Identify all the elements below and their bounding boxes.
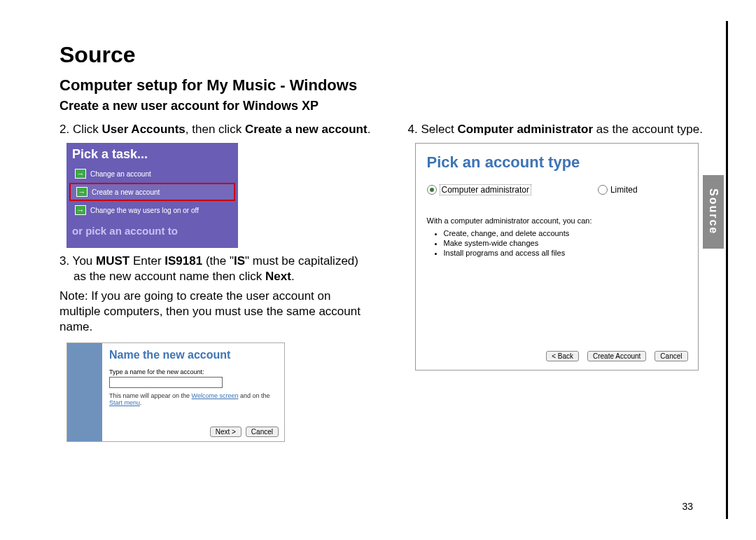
next-button[interactable]: Next > xyxy=(210,427,241,437)
back-button[interactable]: < Back xyxy=(546,351,579,361)
right-margin-rule xyxy=(726,21,728,519)
screenshot-account-type: Pick an account type Computer administra… xyxy=(415,143,699,371)
task-create-new-account[interactable]: → Create a new account xyxy=(71,184,234,200)
page-subtitle: Computer setup for My Music - Windows xyxy=(59,76,721,95)
note-text: Note: If you are going to create the use… xyxy=(59,289,373,335)
arrow-icon: → xyxy=(75,205,86,215)
radio-limited[interactable]: Limited xyxy=(598,185,638,195)
section-heading: Create a new user account for Windows XP xyxy=(59,99,721,113)
radio-computer-administrator[interactable]: Computer administrator xyxy=(427,184,531,195)
bullet-item: Make system-wide changes xyxy=(444,239,687,247)
bullet-item: Install programs and access all files xyxy=(444,249,687,257)
cancel-button[interactable]: Cancel xyxy=(654,351,687,361)
cancel-button[interactable]: Cancel xyxy=(246,427,279,437)
arrow-icon: → xyxy=(76,187,88,197)
screenshot-sidebar xyxy=(67,343,102,441)
column-left: 2. Click User Accounts, then click Creat… xyxy=(59,119,373,442)
name-account-heading: Name the new account xyxy=(109,349,277,361)
column-right: 4. Select Computer administrator as the … xyxy=(408,119,722,442)
account-name-input[interactable] xyxy=(109,377,223,388)
task-change-account[interactable]: → Change an account xyxy=(69,166,235,181)
screenshot-pick-a-task: Pick a task... → Change an account → Cre… xyxy=(66,143,238,248)
create-account-button[interactable]: Create Account xyxy=(587,351,646,361)
task-change-logon[interactable]: → Change the way users log on or off xyxy=(69,202,235,218)
step-3: 3. You MUST Enter IS9181 (the "IS" must … xyxy=(59,254,373,284)
account-type-desc: With a computer administrator account, y… xyxy=(427,216,687,225)
radio-selected-icon xyxy=(427,185,437,195)
step-2: 2. Click User Accounts, then click Creat… xyxy=(59,122,373,137)
side-tab-source: Source xyxy=(703,175,724,249)
account-type-heading: Pick an account type xyxy=(427,153,687,172)
bullet-item: Create, change, and delete accounts xyxy=(444,229,687,237)
pick-task-header: Pick a task... xyxy=(66,143,238,163)
arrow-icon: → xyxy=(75,169,86,179)
account-type-bullets: Create, change, and delete accounts Make… xyxy=(444,229,687,257)
radio-unselected-icon xyxy=(598,185,608,195)
page-title: Source xyxy=(59,42,721,68)
document-page: Source Source Computer setup for My Musi… xyxy=(0,0,756,540)
page-number: 33 xyxy=(682,501,693,512)
pick-task-footer: or pick an account to xyxy=(66,221,238,237)
name-account-hint: This name will appear on the Welcome scr… xyxy=(109,392,277,408)
screenshot-name-account: Name the new account Type a name for the… xyxy=(66,342,285,442)
step-4: 4. Select Computer administrator as the … xyxy=(408,122,722,137)
name-account-label: Type a name for the new account: xyxy=(109,368,277,375)
